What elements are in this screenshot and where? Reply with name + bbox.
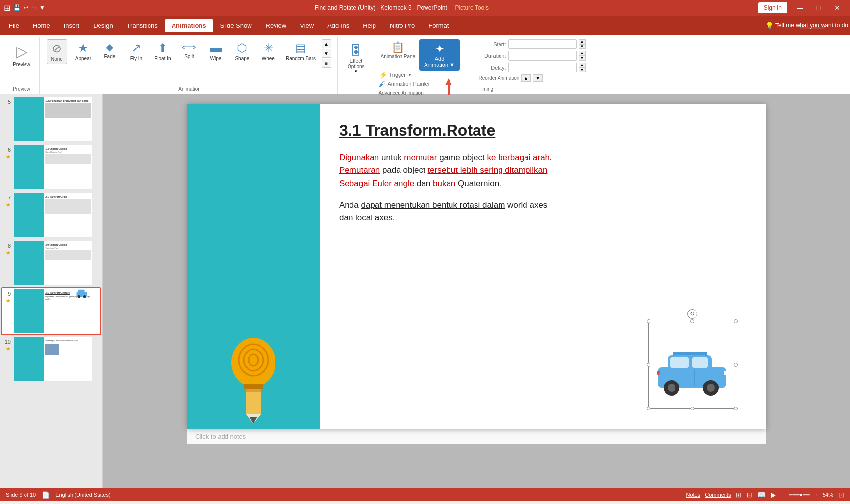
handle-ml[interactable] <box>647 363 650 367</box>
title-bar-center: Find and Rotate (Unity) - Kelompok 5 - P… <box>45 4 758 11</box>
fit-page-icon[interactable]: ⊡ <box>838 491 844 499</box>
normal-view-icon[interactable]: ⊞ <box>736 491 742 499</box>
slide-star-7: ★ <box>6 202 11 208</box>
slide-item-5[interactable]: 5 ★ 1.22 Penulisan BronObject dan Scala <box>2 96 100 142</box>
zoom-in-icon[interactable]: + <box>815 492 818 498</box>
animation-pane-button[interactable]: 📋 Animation Pane <box>379 39 418 61</box>
preview-icon: ▷ <box>16 42 28 61</box>
timing-delay-input[interactable] <box>508 63 577 72</box>
anim-scroll-more-button[interactable]: ≡ <box>322 59 331 68</box>
appear-icon: ★ <box>78 41 89 55</box>
slide-item-8[interactable]: 8 ★ 3.0 Contoh Coding Transform.Find <box>2 240 100 286</box>
ribbon-group-preview: ▷ Preview Preview <box>4 37 40 94</box>
menu-help[interactable]: Help <box>356 19 383 32</box>
handle-br[interactable] <box>734 407 738 410</box>
slide-item-10[interactable]: 10 ★ Anda dapat menentukan bentuk rotasi… <box>2 336 100 382</box>
menu-insert[interactable]: Insert <box>57 19 87 32</box>
quick-access-redo[interactable]: ↪ <box>31 4 36 11</box>
animation-split-button[interactable]: ⟺ Split <box>177 39 201 62</box>
animation-wipe-button[interactable]: ▬ Wipe <box>203 39 228 64</box>
timing-duration-down[interactable]: ▼ <box>579 56 586 61</box>
tell-me-input[interactable]: Tell me what you want to do <box>775 22 848 29</box>
menu-addins[interactable]: Add-ins <box>321 19 356 32</box>
timing-delay-row: Delay: ▲ ▼ <box>479 63 842 72</box>
animation-floatin-button[interactable]: ⬆ Float In <box>150 39 175 64</box>
preview-button[interactable]: ▷ Preview <box>8 39 35 71</box>
menu-nitropro[interactable]: Nitro Pro <box>383 19 422 32</box>
reading-view-icon[interactable]: 📖 <box>757 491 766 499</box>
handle-bm[interactable] <box>690 407 694 410</box>
sign-in-button[interactable]: Sign In <box>758 2 787 13</box>
animation-randombars-button[interactable]: ▤ Random Bars <box>283 39 319 64</box>
handle-mr[interactable] <box>734 363 738 367</box>
trigger-label[interactable]: Trigger <box>389 72 406 78</box>
menu-home[interactable]: Home <box>26 19 57 32</box>
quick-access-undo[interactable]: ↩ <box>24 4 28 11</box>
add-animation-button[interactable]: ✦ Add Animation ▼ <box>419 39 460 71</box>
handle-bl[interactable] <box>647 407 650 410</box>
trigger-dropdown-icon: ▼ <box>408 73 412 77</box>
comments-button[interactable]: Comments <box>705 492 731 498</box>
menu-transitions[interactable]: Transitions <box>120 19 165 32</box>
timing-duration-input[interactable] <box>508 51 577 61</box>
menu-animations[interactable]: Animations <box>165 19 213 32</box>
menu-file[interactable]: File <box>2 19 26 32</box>
handle-tr[interactable] <box>734 319 738 323</box>
zoom-out-icon[interactable]: − <box>781 492 784 498</box>
effect-options-button[interactable]: 🎛 EffectOptions ▼ <box>344 39 368 76</box>
animation-wheel-button[interactable]: ✳ Wheel <box>256 39 281 64</box>
maximize-button[interactable]: □ <box>810 1 827 15</box>
timing-duration-label: Duration: <box>479 53 506 59</box>
slide-title: 3.1 Transform.Rotate <box>339 121 746 140</box>
main-area: 5 ★ 1.22 Penulisan BronObject dan Scala … <box>0 94 850 488</box>
animation-none-button[interactable]: ⊘ None <box>47 39 67 64</box>
car-illustration <box>653 336 731 404</box>
slide-star-10: ★ <box>6 346 11 352</box>
menu-view[interactable]: View <box>293 19 321 32</box>
animation-painter-label[interactable]: Animation Painter <box>388 81 430 87</box>
slide-thumb-content-6: 1.3 Contoh Coding GameObjects.Find <box>45 147 91 164</box>
reorder-later-button[interactable]: ▼ <box>533 74 543 82</box>
svg-rect-1 <box>78 290 85 293</box>
slide-canvas[interactable]: 3.1 Transform.Rotate Digunakan untuk mem… <box>187 104 766 429</box>
timing-delay-up[interactable]: ▲ <box>579 63 586 68</box>
animation-appear-button[interactable]: ★ Appear <box>71 39 96 64</box>
slide-item-6[interactable]: 6 ★ 1.3 Contoh Coding GameObjects.Find <box>2 144 100 190</box>
timing-duration-up[interactable]: ▲ <box>579 51 586 56</box>
car-object-container[interactable]: ↻ <box>648 321 736 409</box>
picture-tools-label: Picture Tools <box>455 4 488 11</box>
notes-add-area[interactable]: Click to add notes <box>187 429 766 444</box>
animation-shape-button[interactable]: ⬡ Shape <box>230 39 254 64</box>
slide-item-7[interactable]: 7 ★ 2.1 Transform.Find <box>2 192 100 238</box>
timing-start-down[interactable]: ▼ <box>579 44 586 49</box>
ribbon-group-advanced-animation: 📋 Animation Pane ✦ Add Animation ▼ ⚡ Tri… <box>375 37 473 94</box>
menu-format[interactable]: Format <box>422 19 455 32</box>
anim-scroll-down-button[interactable]: ▼ <box>322 49 331 58</box>
quick-access-save[interactable]: 💾 <box>13 4 21 11</box>
car-rotate-handle[interactable]: ↻ <box>687 309 697 319</box>
title-bar: ⊞ 💾 ↩ ↪ ▼ Find and Rotate (Unity) - Kelo… <box>0 0 850 16</box>
menu-slideshow[interactable]: Slide Show <box>213 19 259 32</box>
timing-delay-down[interactable]: ▼ <box>579 68 586 72</box>
svg-rect-16 <box>692 357 708 368</box>
handle-tl[interactable] <box>647 319 650 323</box>
notes-button[interactable]: Notes <box>686 492 700 498</box>
animation-flyin-button[interactable]: ↗ Fly In <box>124 39 149 64</box>
handle-tm[interactable] <box>690 319 694 323</box>
anim-scroll-up-button[interactable]: ▲ <box>322 39 331 48</box>
notes-placeholder: Click to add notes <box>195 433 246 440</box>
slideshow-icon[interactable]: ▶ <box>771 491 776 499</box>
reorder-earlier-button[interactable]: ▲ <box>521 74 531 82</box>
menu-design[interactable]: Design <box>86 19 120 32</box>
timing-start-input[interactable] <box>508 39 577 49</box>
timing-start-up[interactable]: ▲ <box>579 39 586 44</box>
slide-item-9[interactable]: 9 ★ 3.1 Transform.Rotate Digunakan untuk… <box>2 288 100 334</box>
minimize-button[interactable]: — <box>791 1 809 15</box>
zoom-slider[interactable]: ━━━●━━ <box>789 492 810 498</box>
animation-fade-button[interactable]: ◆ Fade <box>98 39 122 62</box>
slide-right-content: 3.1 Transform.Rotate Digunakan untuk mem… <box>320 104 766 429</box>
slide-sorter-icon[interactable]: ⊟ <box>747 491 752 499</box>
close-button[interactable]: ✕ <box>828 1 846 15</box>
menu-review[interactable]: Review <box>259 19 294 32</box>
quick-access-more[interactable]: ▼ <box>39 4 45 11</box>
